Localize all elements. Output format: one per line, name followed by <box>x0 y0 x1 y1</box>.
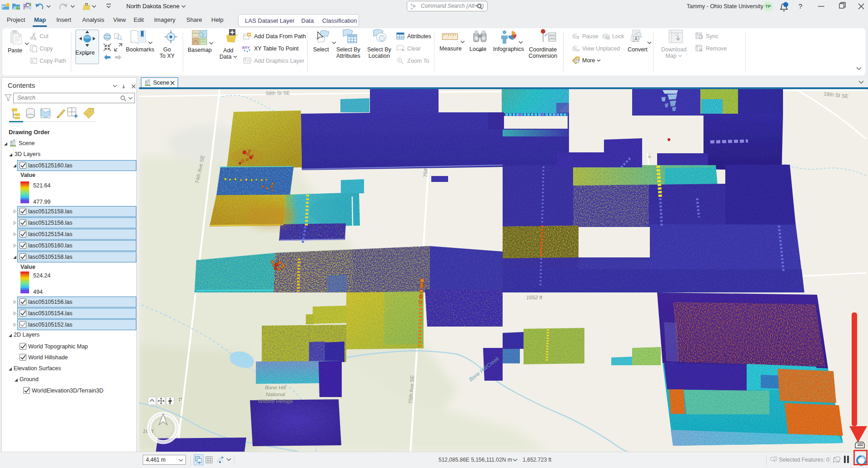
svg-text:EXY: EXY <box>242 45 250 50</box>
svg-text:National: National <box>266 392 285 397</box>
svg-text:Bone Hill: Bone Hill <box>265 385 286 390</box>
svg-text:1652 ft: 1652 ft <box>526 295 543 300</box>
svg-text:Wildlife Refuge: Wildlife Refuge <box>258 398 293 404</box>
svg-text:58th St SE: 58th St SE <box>266 90 290 96</box>
svg-text:A: A <box>634 36 638 41</box>
svg-text:75th: 75th <box>423 167 429 177</box>
